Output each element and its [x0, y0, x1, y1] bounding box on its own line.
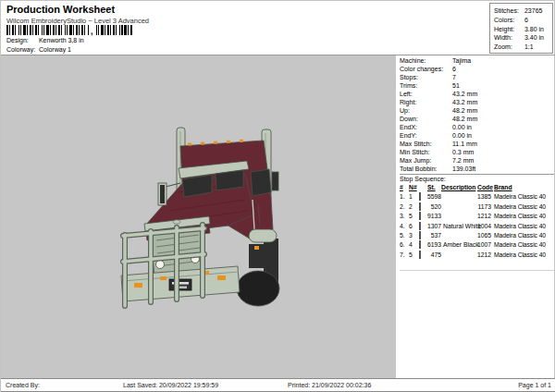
- machine-info-label: Total Bobbin:: [400, 165, 452, 173]
- seq-stitches: 475: [427, 251, 441, 260]
- design-label: Design:: [6, 37, 37, 43]
- machine-info-value: 43.2 mm: [452, 90, 477, 98]
- machine-info-label: Color changes:: [400, 65, 452, 73]
- stats-row: Height: 3.80 in: [494, 25, 552, 34]
- col-st: St.: [419, 183, 441, 192]
- thread-color-swatch: [419, 231, 427, 240]
- design-stats-box: Stitches: 23765 Colors: 6 Height: 3.80 i…: [489, 3, 553, 54]
- stop-sequence-row: 2. 2 520 1173 Madeira Classic 40: [400, 202, 554, 212]
- machine-info-value: Tajima: [452, 56, 471, 65]
- seq-index: 7.: [400, 251, 409, 260]
- stats-row: Colors: 6: [494, 16, 552, 25]
- stats-row: Stitches: 23765: [494, 6, 552, 16]
- stop-sequence-row: 4. 6 1307 Natural White 1004 Madeira Cla…: [400, 222, 554, 231]
- machine-info-value: 7: [452, 73, 456, 81]
- page-number: Page 1 of 1: [518, 379, 551, 391]
- stop-sequence-row: 1. 1 5598 1385 Madeira Classic 40: [400, 192, 554, 202]
- col-code: Code: [477, 183, 491, 192]
- machine-info-value: 48.2 mm: [452, 115, 477, 123]
- col-brand: Brand: [494, 183, 554, 192]
- footer: Created By: Last Saved: 20/09/2022 19:59…: [1, 378, 555, 392]
- machine-info-label: Machine:: [400, 56, 452, 65]
- thread-color-swatch: [419, 240, 427, 250]
- machine-info-row: EndY: 0.00 in: [400, 131, 554, 140]
- barcode-segment-2: [96, 25, 133, 35]
- machine-info-row: Up: 48.2 mm: [400, 106, 554, 115]
- seq-stitches: 520: [427, 202, 441, 212]
- machine-info-value: 48.2 mm: [452, 106, 477, 115]
- machine-info-value: 139.03ft: [452, 165, 475, 173]
- machine-info-value: 51: [452, 81, 460, 90]
- seq-stitches: 6193: [427, 240, 441, 250]
- stop-sequence-row: 7. 5 475 1212 Madeira Classic 40: [400, 251, 554, 260]
- stop-sequence-title: Stop Sequence:: [400, 175, 446, 183]
- table-end-divider: [400, 270, 554, 271]
- machine-info-row: Max Stitch: 11.1 mm: [400, 140, 554, 148]
- machine-info-row: Stops: 7: [400, 73, 554, 81]
- stats-row: Width: 3.40 in: [494, 33, 552, 43]
- seq-needle: 5: [409, 212, 419, 221]
- seq-stitches: 9133: [427, 212, 441, 221]
- design-row: Design: Kenworth 3,8 in: [6, 37, 84, 43]
- machine-info-row: Left: 43.2 mm: [400, 90, 554, 98]
- stats-row: Zoom: 1:1: [494, 43, 552, 52]
- col-description: Description: [441, 183, 477, 192]
- machine-info-label: Down:: [400, 115, 452, 123]
- machine-info-row: Max Jump: 7.2 mm: [400, 156, 554, 165]
- seq-needle: 1: [409, 192, 419, 202]
- stop-sequence-row: 6. 4 6193 Amber Black 1007 Madeira Class…: [400, 240, 554, 250]
- machine-info-label: Stops:: [400, 73, 452, 81]
- seq-code: 1065: [477, 231, 491, 240]
- seq-needle: 4: [409, 240, 419, 250]
- seq-brand: Madeira Classic 40: [494, 222, 554, 231]
- seq-code: 1385: [477, 192, 491, 202]
- barcode-icon: ,: [6, 25, 133, 35]
- stats-label: Zoom:: [494, 43, 523, 52]
- seq-index: 3.: [400, 212, 409, 221]
- machine-info-value: 7.2 mm: [452, 156, 474, 165]
- stats-value: 6: [524, 17, 528, 23]
- machine-info-value: 11.1 mm: [452, 140, 477, 148]
- machine-info-row: Total Bobbin: 139.03ft: [400, 165, 554, 173]
- colorway-row: Colorway: Colorway 1: [6, 46, 71, 53]
- machine-info-label: EndY:: [400, 131, 452, 140]
- production-worksheet-page: Production Worksheet Wilcom EmbroiderySt…: [0, 0, 555, 392]
- seq-needle: 5: [409, 251, 419, 260]
- seq-code: 1004: [477, 222, 491, 231]
- seq-needle: 2: [409, 202, 419, 212]
- machine-info-value: 0.3 mm: [452, 148, 474, 156]
- seq-stitches: 1307: [427, 222, 441, 231]
- stop-sequence-row: 5. 3 537 1065 Madeira Classic 40: [400, 231, 554, 240]
- machine-info-value: 0.00 in: [452, 123, 472, 131]
- thread-color-swatch: [419, 192, 427, 202]
- machine-info-row: Trims: 51: [400, 81, 554, 90]
- thread-color-swatch: [419, 251, 427, 260]
- stats-label: Stitches:: [494, 6, 523, 16]
- machine-info-value: 43.2 mm: [452, 98, 477, 106]
- printed-text: Printed: 21/09/2022 00:02:36: [288, 379, 371, 391]
- machine-info-row: EndX: 0.00 in: [400, 123, 554, 131]
- page-title: Production Worksheet: [6, 4, 115, 15]
- machine-info-row: Down: 48.2 mm: [400, 115, 554, 123]
- seq-description: Natural White: [441, 222, 477, 231]
- machine-info-label: Max Jump:: [400, 156, 452, 165]
- machine-info-value: 0.00 in: [452, 131, 472, 140]
- machine-info-label: Left:: [400, 90, 452, 98]
- seq-index: 6.: [400, 240, 409, 250]
- seq-stitches: 537: [427, 231, 441, 240]
- seq-index: 1.: [400, 192, 409, 202]
- seq-brand: Madeira Classic 40: [494, 212, 554, 221]
- seq-code: 1212: [477, 251, 491, 260]
- seq-index: 4.: [400, 222, 409, 231]
- thread-color-swatch: [419, 222, 427, 231]
- stats-label: Colors:: [494, 16, 523, 25]
- seq-needle: 3: [409, 231, 419, 240]
- barcode-separator: ,: [91, 28, 93, 35]
- barcode-segment-1: [6, 25, 90, 35]
- machine-info-row: Machine: Tajima: [400, 56, 554, 65]
- stats-value: 23765: [524, 7, 542, 14]
- stats-label: Height:: [494, 25, 523, 34]
- seq-needle: 6: [409, 222, 419, 231]
- machine-info-label: Up:: [400, 106, 452, 115]
- last-saved-text: Last Saved: 20/09/2022 19:59:59: [123, 379, 218, 391]
